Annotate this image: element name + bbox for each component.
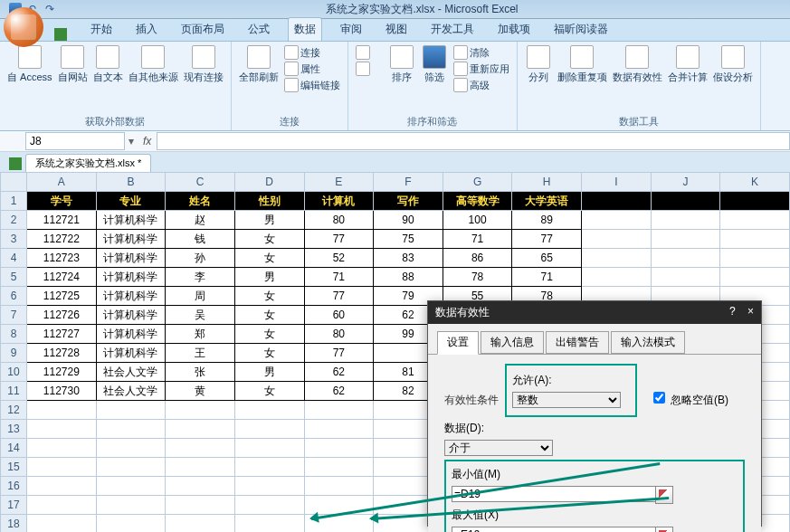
workbook-tab[interactable]: 系统之家实验文档.xlsx * — [25, 154, 151, 172]
cell[interactable]: 计算机科学 — [96, 230, 166, 249]
cell[interactable] — [96, 439, 166, 458]
cell[interactable]: 52 — [304, 249, 374, 268]
cell[interactable] — [96, 515, 166, 533]
dropdown-icon[interactable]: ▾ — [125, 135, 138, 147]
cell[interactable] — [651, 192, 720, 211]
cell[interactable]: 60 — [304, 306, 374, 325]
cell[interactable]: 65 — [512, 249, 582, 268]
row-header[interactable]: 12 — [1, 401, 27, 420]
sort-asc-button[interactable] — [356, 45, 383, 60]
cell[interactable]: 孙 — [166, 249, 235, 268]
cell[interactable] — [234, 458, 304, 477]
cell[interactable]: 83 — [374, 249, 443, 268]
tab-addins[interactable]: 加载项 — [492, 18, 536, 41]
row-header[interactable]: 18 — [1, 515, 27, 533]
help-icon[interactable]: ? — [729, 305, 736, 318]
cell[interactable] — [582, 192, 652, 211]
cell[interactable]: 112727 — [27, 325, 97, 344]
tab-pagelayout[interactable]: 页面布局 — [176, 18, 230, 41]
cell[interactable]: 112722 — [27, 230, 97, 249]
cell[interactable] — [651, 268, 720, 287]
row-header[interactable]: 6 — [1, 287, 27, 306]
sort-desc-button[interactable] — [356, 62, 383, 76]
tab-home[interactable]: 开始 — [85, 18, 118, 41]
cell[interactable]: 社会人文学 — [96, 382, 166, 401]
row-header[interactable]: 2 — [1, 211, 27, 230]
cell[interactable]: 89 — [512, 211, 582, 230]
header-cell[interactable]: 性别 — [234, 192, 304, 211]
cell[interactable]: 90 — [374, 211, 443, 230]
cell[interactable] — [234, 439, 304, 458]
col-header[interactable]: I — [582, 173, 652, 192]
close-icon[interactable]: × — [747, 305, 754, 318]
reapply-button[interactable]: 重新应用 — [453, 62, 509, 76]
cell[interactable]: 78 — [443, 268, 512, 287]
header-cell[interactable]: 姓名 — [166, 192, 235, 211]
text-to-columns-button[interactable]: 分列 — [525, 45, 552, 84]
cell[interactable] — [582, 211, 652, 230]
connections-button[interactable]: 连接 — [284, 45, 340, 60]
cell[interactable] — [166, 420, 235, 439]
cell[interactable]: 71 — [512, 268, 582, 287]
cell[interactable]: 77 — [304, 344, 374, 363]
row-header[interactable]: 7 — [1, 306, 27, 325]
cell[interactable]: 80 — [304, 211, 374, 230]
formula-input[interactable] — [157, 132, 790, 150]
cell[interactable]: 112725 — [27, 287, 97, 306]
tab-formulas[interactable]: 公式 — [243, 18, 275, 41]
cell[interactable]: 112721 — [27, 211, 97, 230]
edit-links-button[interactable]: 编辑链接 — [284, 78, 340, 92]
header-cell[interactable]: 大学英语 — [512, 192, 582, 211]
cell[interactable]: 男 — [234, 268, 304, 287]
cell[interactable]: 77 — [304, 230, 374, 249]
header-cell[interactable]: 学号 — [27, 192, 97, 211]
cell[interactable]: 张 — [166, 363, 235, 382]
col-header[interactable]: E — [304, 173, 374, 192]
cell[interactable]: 112723 — [27, 249, 97, 268]
cell[interactable] — [166, 515, 235, 533]
cell[interactable] — [720, 211, 790, 230]
cell[interactable]: 112729 — [27, 363, 97, 382]
row-header[interactable]: 4 — [1, 249, 27, 268]
cell[interactable] — [166, 401, 235, 420]
cell[interactable]: 钱 — [166, 230, 235, 249]
col-header[interactable]: J — [651, 173, 720, 192]
cell[interactable] — [96, 477, 166, 496]
cell[interactable] — [166, 496, 235, 515]
row-header[interactable]: 8 — [1, 325, 27, 344]
cell[interactable]: 62 — [304, 382, 374, 401]
cell[interactable]: 71 — [304, 268, 374, 287]
cell[interactable]: 女 — [234, 287, 304, 306]
from-text-button[interactable]: 自文本 — [93, 45, 123, 84]
max-input[interactable] — [452, 527, 656, 532]
cell[interactable]: 75 — [374, 230, 443, 249]
cell[interactable]: 周 — [166, 287, 235, 306]
filter-button[interactable]: 筛选 — [421, 45, 448, 84]
data-validation-button[interactable]: 数据有效性 — [613, 45, 662, 84]
col-header[interactable]: D — [234, 173, 304, 192]
cell[interactable]: 男 — [234, 211, 304, 230]
from-other-button[interactable]: 自其他来源 — [128, 45, 178, 84]
from-access-button[interactable]: 自 Access — [7, 45, 52, 84]
row-header[interactable]: 17 — [1, 496, 27, 515]
header-cell[interactable]: 计算机 — [304, 192, 374, 211]
select-all-corner[interactable] — [1, 173, 27, 192]
cell[interactable]: 郑 — [166, 325, 235, 344]
clear-button[interactable]: 清除 — [453, 45, 509, 60]
allow-select[interactable]: 整数 — [512, 392, 621, 408]
row-header[interactable]: 5 — [1, 268, 27, 287]
ref-select-icon[interactable] — [655, 486, 673, 504]
dialog-tab-error[interactable]: 出错警告 — [546, 331, 609, 354]
cell[interactable]: 计算机科学 — [96, 306, 166, 325]
cell[interactable]: 112726 — [27, 306, 97, 325]
cell[interactable] — [720, 192, 790, 211]
tab-foxit[interactable]: 福昕阅读器 — [548, 18, 614, 41]
cell[interactable]: 100 — [443, 211, 512, 230]
cell[interactable] — [27, 477, 97, 496]
existing-conn-button[interactable]: 现有连接 — [184, 45, 224, 84]
sort-button[interactable]: 排序 — [388, 45, 415, 84]
cell[interactable]: 女 — [234, 382, 304, 401]
cell[interactable] — [166, 477, 235, 496]
whatif-button[interactable]: 假设分析 — [713, 45, 753, 84]
col-header[interactable]: K — [720, 173, 790, 192]
